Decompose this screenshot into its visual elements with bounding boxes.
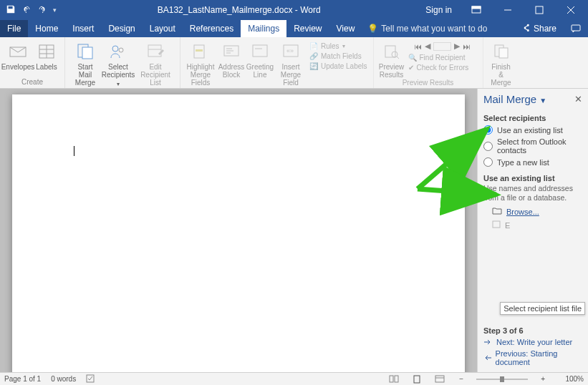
svg-rect-24 [253, 45, 267, 57]
status-bar: Page 1 of 1 0 words − + 100% [0, 372, 588, 385]
zoom-out-icon[interactable]: − [456, 375, 466, 383]
check-icon: ✔ [408, 64, 414, 72]
browse-link[interactable]: Browse... [506, 208, 539, 216]
find-recipient-button[interactable]: 🔍Find Recipient [407, 53, 478, 62]
tab-review[interactable]: Review [286, 20, 329, 37]
folder-icon [492, 207, 502, 216]
svg-rect-3 [536, 6, 543, 14]
ribbon-display-options-icon[interactable] [462, 0, 491, 20]
first-record-icon[interactable]: ⏮ [414, 42, 422, 51]
radio-existing-label: Use an existing list [497, 126, 563, 135]
status-page[interactable]: Page 1 of 1 [4, 375, 41, 383]
tab-file[interactable]: File [0, 20, 28, 37]
record-nav[interactable]: ⏮ ◀ ▶ ⏭ [407, 42, 478, 52]
radio-newlist-input[interactable] [483, 157, 493, 167]
prev-step-link[interactable]: Previous: Starting document [483, 348, 582, 368]
edit-recipient-label: Edit Recipient List [137, 63, 174, 87]
radio-existing-input[interactable] [483, 125, 493, 135]
insert-merge-field-button[interactable]: «» Insert Merge Field▾ [275, 40, 307, 96]
document-page[interactable] [12, 94, 465, 372]
greeting-icon [252, 42, 268, 62]
select-recipients-button[interactable]: Select Recipients▾ [102, 40, 134, 96]
share-icon [522, 24, 531, 34]
address-block-button[interactable]: Address Block [218, 40, 245, 96]
radio-existing-list[interactable]: Use an existing list [483, 124, 582, 136]
svg-text:«»: «» [286, 47, 294, 54]
share-button[interactable]: Share [515, 20, 564, 37]
record-number-field[interactable] [433, 42, 451, 51]
envelopes-button[interactable]: Envelopes [4, 40, 32, 71]
highlight-icon [193, 42, 208, 62]
browse-link-row[interactable]: Browse... [483, 203, 582, 218]
preview-label: Preview Results [379, 63, 405, 79]
group-write-insert: Highlight Merge Fields Address Block Gre… [180, 37, 374, 88]
window-title: BA132_LastName_Mailmerge.docx - Word [62, 5, 415, 15]
check-errors-button[interactable]: ✔Check for Errors [407, 63, 478, 72]
signin-button[interactable]: Sign in [418, 5, 459, 15]
last-record-icon[interactable]: ⏭ [463, 42, 471, 51]
close-icon[interactable] [556, 0, 585, 20]
radio-new-list[interactable]: Type a new list [483, 156, 582, 168]
highlight-fields-button[interactable]: Highlight Merge Fields [185, 40, 216, 96]
next-step-label: Next: Write your letter [496, 338, 572, 346]
radio-newlist-label: Type a new list [497, 158, 549, 167]
update-labels-button[interactable]: 🔄Update Labels [308, 62, 369, 71]
match-fields-button[interactable]: 🔗Match Fields [308, 52, 369, 61]
tab-home[interactable]: Home [28, 20, 65, 37]
svg-point-15 [119, 48, 123, 52]
zoom-slider[interactable] [476, 379, 528, 380]
finish-merge-button[interactable]: Finish & Merge▾ [488, 40, 515, 96]
greeting-line-button[interactable]: Greeting Line [246, 40, 274, 96]
start-mail-merge-button[interactable]: Start Mail Merge▾ [69, 40, 101, 96]
svg-rect-19 [196, 49, 203, 52]
svg-rect-38 [395, 376, 398, 382]
tab-design[interactable]: Design [101, 20, 142, 37]
finish-label: Finish & Merge [489, 63, 514, 87]
radio-outlook-input[interactable] [483, 142, 493, 151]
undo-icon[interactable] [21, 4, 32, 16]
save-icon[interactable] [6, 4, 16, 16]
radio-outlook[interactable]: Select from Outlook contacts [483, 136, 582, 156]
preview-results-button[interactable]: Preview Results [378, 40, 405, 79]
envelopes-label: Envelopes [1, 63, 35, 71]
update-label: Update Labels [321, 62, 367, 70]
match-label: Match Fields [321, 52, 362, 60]
document-pane[interactable] [0, 89, 477, 372]
preview-icon [384, 42, 400, 62]
edit-recipient-link-row[interactable]: E [483, 218, 582, 231]
prev-record-icon[interactable]: ◀ [425, 42, 430, 51]
edit-recipient-list-button[interactable]: Edit Recipient List [135, 40, 175, 96]
group-start-mailmerge: Start Mail Merge▾ Select Recipients▾ Edi… [65, 37, 180, 88]
group-finish: Finish & Merge▾ Finish [483, 37, 519, 88]
svg-rect-37 [390, 376, 393, 382]
tab-references[interactable]: References [183, 20, 241, 37]
taskpane-menu-icon[interactable]: ▼ [539, 97, 546, 104]
status-words[interactable]: 0 words [51, 375, 76, 383]
qat-customize-icon[interactable]: ▾ [53, 6, 57, 14]
minimize-icon[interactable] [493, 0, 522, 20]
titlebar: ▾ BA132_LastName_Mailmerge.docx - Word S… [0, 0, 588, 20]
read-mode-icon[interactable] [387, 374, 400, 384]
tab-view[interactable]: View [329, 20, 362, 37]
maximize-icon[interactable] [525, 0, 554, 20]
print-layout-icon[interactable] [410, 374, 423, 384]
status-proofing-icon[interactable] [86, 374, 96, 384]
zoom-in-icon[interactable]: + [538, 375, 548, 383]
comments-icon[interactable] [564, 20, 588, 37]
tellme-search[interactable]: 💡 Tell me what you want to do [367, 20, 487, 37]
zoom-level[interactable]: 100% [558, 375, 584, 383]
redo-icon[interactable] [37, 4, 47, 16]
tab-insert[interactable]: Insert [65, 20, 101, 37]
tab-layout[interactable]: Layout [143, 20, 183, 37]
svg-rect-1 [472, 6, 481, 9]
next-record-icon[interactable]: ▶ [454, 42, 460, 51]
edit-link-icon [492, 220, 501, 230]
tab-mailings[interactable]: Mailings [241, 20, 286, 37]
next-step-link[interactable]: Next: Write your letter [483, 336, 582, 348]
group-create: Envelopes Labels Create [0, 37, 65, 88]
rules-button[interactable]: 📄Rules ▾ [308, 42, 369, 51]
taskpane-close-icon[interactable]: ✕ [574, 94, 582, 104]
web-layout-icon[interactable] [433, 374, 446, 384]
address-icon [223, 42, 239, 62]
labels-button[interactable]: Labels [33, 40, 60, 71]
